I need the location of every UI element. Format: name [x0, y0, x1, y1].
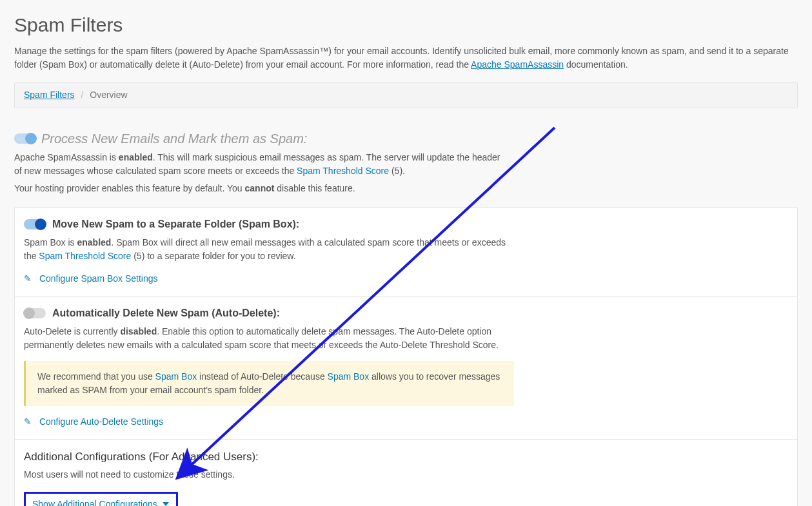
process-spam-heading: Process New Emails and Mark them as Spam… — [41, 129, 307, 148]
configure-auto-delete-link[interactable]: Configure Auto-Delete Settings — [39, 416, 163, 427]
spam-box-link-1[interactable]: Spam Box — [155, 371, 197, 382]
breadcrumb: Spam Filters / Overview — [14, 82, 798, 108]
auto-delete-warning: We recommend that you use Spam Box inste… — [24, 361, 514, 406]
show-additional-config-link[interactable]: Show Additional Configurations — [32, 499, 170, 507]
page-title: Spam Filters — [14, 10, 798, 39]
auto-delete-section: Automatically Delete New Spam (Auto-Dele… — [15, 297, 797, 440]
auto-delete-heading: Automatically Delete New Spam (Auto-Dele… — [52, 306, 280, 321]
apache-spamassassin-link[interactable]: Apache SpamAssassin — [471, 59, 564, 70]
auto-delete-desc: Auto-Delete is currently disabled. Enabl… — [24, 325, 514, 352]
additional-config-heading: Additional Configurations (For Advanced … — [24, 449, 788, 465]
spam-box-heading: Move New Spam to a Separate Folder (Spam… — [52, 217, 299, 232]
process-spam-toggle — [14, 133, 36, 144]
intro-text-before: Manage the settings for the spam filters… — [14, 46, 789, 70]
intro-text-after: documentation. — [564, 59, 628, 70]
page-intro: Manage the settings for the spam filters… — [14, 44, 798, 72]
settings-panel: Move New Spam to a Separate Folder (Spam… — [14, 207, 798, 506]
chevron-down-icon — [162, 498, 170, 507]
auto-delete-toggle[interactable] — [24, 308, 46, 318]
breadcrumb-separator: / — [81, 90, 83, 100]
process-spam-note: Your hosting provider enables this featu… — [14, 182, 798, 195]
spam-box-desc: Spam Box is enabled. Spam Box will direc… — [24, 236, 514, 263]
spam-box-toggle[interactable] — [24, 219, 46, 229]
show-additional-highlight: Show Additional Configurations — [24, 492, 178, 507]
process-spam-desc: Apache SpamAssassin is enabled. This wil… — [14, 151, 504, 178]
additional-config-subtext: Most users will not need to customize th… — [24, 468, 788, 482]
additional-config-section: Additional Configurations (For Advanced … — [15, 440, 797, 506]
pencil-icon: ✎ — [24, 272, 32, 286]
spam-threshold-link-2[interactable]: Spam Threshold Score — [39, 251, 131, 261]
spam-box-section: Move New Spam to a Separate Folder (Spam… — [15, 208, 797, 297]
spam-box-link-2[interactable]: Spam Box — [328, 371, 370, 382]
breadcrumb-root[interactable]: Spam Filters — [24, 90, 75, 100]
spam-threshold-link[interactable]: Spam Threshold Score — [297, 166, 389, 176]
breadcrumb-current: Overview — [90, 90, 127, 100]
configure-spam-box-link[interactable]: Configure Spam Box Settings — [39, 273, 158, 284]
pencil-icon: ✎ — [24, 415, 32, 429]
